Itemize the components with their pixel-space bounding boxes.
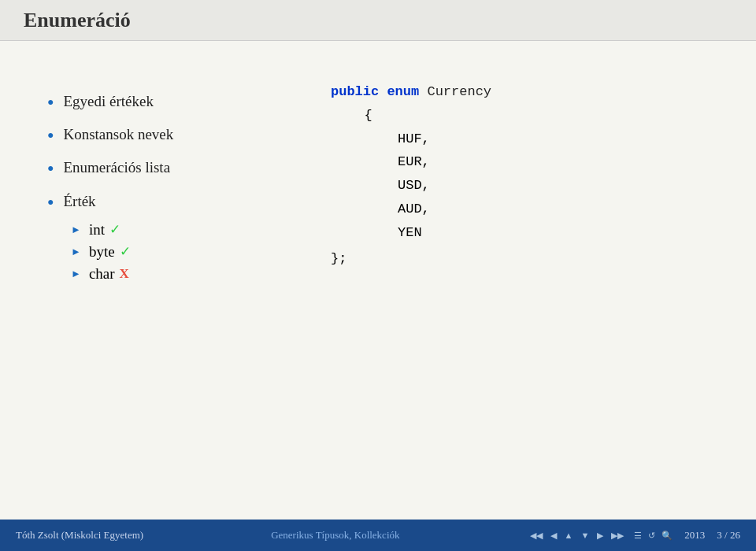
footer-topic: Generikus Típusok, Kollekciók — [271, 529, 399, 542]
nav-down[interactable]: ▼ — [578, 530, 591, 541]
sub-bullet-text: int — [89, 221, 105, 239]
main-content: Egyedi értékek Konstansok nevek Enumerác… — [0, 41, 756, 497]
sub-list-item: ► char X — [71, 265, 299, 283]
nav-refresh[interactable]: ↺ — [648, 531, 655, 541]
code-line-1: public enum Currency — [331, 80, 491, 104]
bullet-text: Érték — [63, 188, 95, 215]
code-value-usd: USD, — [398, 174, 491, 198]
bullet-text: Enumerációs lista — [63, 154, 170, 181]
list-item: Enumerációs lista — [47, 154, 299, 181]
code-class-name: Currency — [427, 84, 491, 99]
code-block: public enum Currency { HUF, EUR, USD, AU… — [331, 80, 491, 271]
arrow-icon: ► — [71, 268, 81, 280]
nav-menu[interactable]: ☰ — [634, 531, 642, 541]
bullet-icon — [47, 192, 54, 212]
code-value-aud: AUD, — [398, 198, 491, 221]
code-value-eur: EUR, — [398, 150, 491, 174]
footer-bar: Tóth Zsolt (Miskolci Egyetem) Generikus … — [0, 520, 756, 551]
check-icon: ✓ — [109, 221, 120, 238]
code-value-huf: HUF, — [398, 128, 491, 151]
arrow-icon: ► — [71, 224, 81, 236]
footer-author: Tóth Zsolt (Miskolci Egyetem) — [16, 529, 143, 542]
slide-title: Enumeráció — [24, 9, 131, 32]
code-value-yen: YEN — [398, 221, 491, 245]
nav-search[interactable]: 🔍 — [662, 531, 673, 541]
sub-bullet-list: ► int ✓ ► byte ✓ ► char X — [71, 221, 299, 283]
x-icon: X — [120, 266, 129, 282]
right-column: public enum Currency { HUF, EUR, USD, AU… — [299, 80, 724, 474]
bullet-icon — [47, 125, 54, 145]
list-item: Egyedi értékek — [47, 88, 299, 115]
footer-year: 2013 — [684, 529, 705, 542]
list-item: Érték — [47, 188, 299, 215]
nav-prev-start[interactable]: ◀◀ — [528, 530, 545, 542]
arrow-icon: ► — [71, 246, 81, 258]
nav-up[interactable]: ▲ — [562, 530, 576, 541]
keyword-public: public — [331, 84, 379, 99]
bullet-list: Egyedi értékek Konstansok nevek Enumerác… — [47, 88, 299, 215]
nav-prev[interactable]: ◀ — [548, 530, 559, 542]
bullet-text: Egyedi értékek — [63, 88, 153, 115]
footer-right: ◀◀ ◀ ▲ ▼ ▶ ▶▶ ☰ ↺ 🔍 2013 3 / 26 — [528, 529, 740, 542]
left-column: Egyedi értékek Konstansok nevek Enumerác… — [47, 80, 299, 474]
bullet-text: Konstansok nevek — [63, 121, 173, 148]
sub-bullet-text: char — [89, 265, 115, 283]
sub-list-item: ► int ✓ — [71, 221, 299, 239]
list-item: Konstansok nevek — [47, 121, 299, 148]
nav-controls[interactable]: ◀◀ ◀ ▲ ▼ ▶ ▶▶ ☰ ↺ 🔍 — [528, 530, 673, 542]
nav-next-end[interactable]: ▶▶ — [609, 530, 626, 542]
check-icon: ✓ — [120, 243, 131, 260]
sub-list-item: ► byte ✓ — [71, 243, 299, 261]
footer-page: 3 / 26 — [717, 529, 740, 542]
bullet-icon — [47, 158, 54, 178]
sub-bullet-text: byte — [89, 243, 115, 261]
header-bar: Enumeráció — [0, 0, 756, 41]
nav-next[interactable]: ▶ — [595, 530, 606, 542]
keyword-enum: enum — [387, 84, 419, 99]
code-brace-open: { — [365, 104, 492, 128]
code-brace-close: }; — [331, 247, 491, 271]
bullet-icon — [47, 92, 54, 112]
